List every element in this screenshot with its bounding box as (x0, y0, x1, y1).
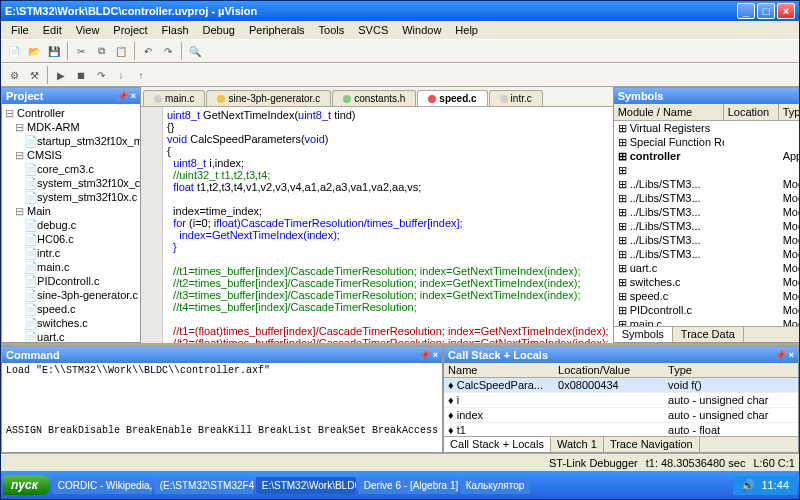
open-icon[interactable]: 📂 (25, 42, 43, 60)
panel-close-icon[interactable]: × (131, 91, 136, 101)
tree-node[interactable]: 📄 sine-3ph-generator.c (4, 288, 138, 302)
menu-svcs[interactable]: SVCS (352, 23, 394, 37)
maximize-button[interactable]: □ (757, 3, 775, 19)
menu-window[interactable]: Window (396, 23, 447, 37)
new-icon[interactable]: 📄 (5, 42, 23, 60)
menu-view[interactable]: View (70, 23, 106, 37)
tree-node[interactable]: ⊟ Controller (4, 106, 138, 120)
code-content[interactable]: uint8_t GetNextTimeIndex(uint8_t tind) {… (163, 107, 613, 343)
tab-trace-nav[interactable]: Trace Navigation (604, 437, 700, 452)
tree-node[interactable]: 📄 PIDcontroll.c (4, 274, 138, 288)
copy-icon[interactable]: ⧉ (92, 42, 110, 60)
col-type[interactable]: Type (779, 104, 799, 120)
symbol-row[interactable]: ⊞ Special Function Re... (614, 135, 799, 149)
tab-callstack[interactable]: Call Stack + Locals (444, 437, 551, 452)
symbol-row[interactable]: ⊞ controllerApplication (614, 149, 799, 163)
symbol-row[interactable]: ⊞ ../Libs/STM3...Module (614, 233, 799, 247)
step-over-icon[interactable]: ↷ (92, 66, 110, 84)
menu-peripherals[interactable]: Peripherals (243, 23, 311, 37)
tree-node[interactable]: 📄 system_stm32f10x_conf.h (4, 176, 138, 190)
project-tree[interactable]: ⊟ Controller⊟ MDK-ARM📄 startup_stm32f10x… (2, 104, 140, 342)
tree-node[interactable]: 📄 debug.c (4, 218, 138, 232)
symbol-row[interactable]: ⊞ PIDcontroll.cModule (614, 303, 799, 317)
taskbar-task[interactable]: Калькулятор (460, 477, 531, 494)
tree-node[interactable]: ⊟ MDK-ARM (4, 120, 138, 134)
symbol-row[interactable]: ⊞ ../Libs/STM3...Module (614, 177, 799, 191)
save-icon[interactable]: 💾 (45, 42, 63, 60)
symbol-row[interactable]: ⊞ uart.cModule (614, 261, 799, 275)
find-icon[interactable]: 🔍 (186, 42, 204, 60)
command-output[interactable]: Load "E:\\STM32\\Work\\BLDC\\controller.… (2, 363, 442, 452)
symbol-row[interactable]: ⊞ ../Libs/STM3...Module (614, 219, 799, 233)
tab-trace-data[interactable]: Trace Data (673, 327, 744, 342)
editor-tab[interactable]: sine-3ph-generator.c (206, 90, 331, 106)
tree-node[interactable]: 📄 intr.c (4, 246, 138, 260)
panel-pin-icon[interactable]: 📌 (775, 350, 786, 360)
start-button[interactable]: пуск (3, 475, 50, 495)
tree-node[interactable]: 📄 speed.c (4, 302, 138, 316)
symbol-row[interactable]: ⊞ (614, 163, 799, 177)
callstack-row[interactable]: ♦ indexauto - unsigned char (444, 408, 798, 423)
menu-project[interactable]: Project (107, 23, 153, 37)
symbol-row[interactable]: ⊞ ../Libs/STM3...Module (614, 191, 799, 205)
build-icon[interactable]: ⚙ (5, 66, 23, 84)
editor-tab[interactable]: constants.h (332, 90, 416, 106)
symbol-row[interactable]: ⊞ main.cModule (614, 317, 799, 326)
tree-node[interactable]: 📄 startup_stm32f10x_mx (4, 134, 138, 148)
close-button[interactable]: × (777, 3, 795, 19)
editor-tab[interactable]: intr.c (489, 90, 543, 106)
panel-close-icon[interactable]: × (433, 350, 438, 360)
step-into-icon[interactable]: ↓ (112, 66, 130, 84)
tree-node[interactable]: 📄 switches.c (4, 316, 138, 330)
callstack-row[interactable]: ♦ iauto - unsigned char (444, 393, 798, 408)
tab-watch1[interactable]: Watch 1 (551, 437, 604, 452)
panel-pin-icon[interactable]: 📌 (117, 91, 128, 101)
tree-node[interactable]: 📄 main.c (4, 260, 138, 274)
minimize-button[interactable]: _ (737, 3, 755, 19)
col-name[interactable]: Name (444, 363, 554, 377)
callstack-row[interactable]: ♦ t1auto - float (444, 423, 798, 436)
editor-tab[interactable]: main.c (143, 90, 205, 106)
symbol-row[interactable]: ⊞ Virtual Registers (614, 121, 799, 135)
tab-symbols[interactable]: Symbols (614, 327, 673, 342)
tree-node[interactable]: 📄 HC06.c (4, 232, 138, 246)
redo-icon[interactable]: ↷ (159, 42, 177, 60)
col-type[interactable]: Type (664, 363, 798, 377)
symbols-list[interactable]: ⊞ Virtual Registers⊞ Special Function Re… (614, 121, 799, 326)
menu-flash[interactable]: Flash (156, 23, 195, 37)
tree-node[interactable]: 📄 uart.c (4, 330, 138, 342)
system-tray[interactable]: 🔊 11:44 (733, 476, 797, 495)
symbol-row[interactable]: ⊞ speed.cModule (614, 289, 799, 303)
col-location[interactable]: Location/Value (554, 363, 664, 377)
col-name[interactable]: Module / Name (614, 104, 724, 120)
callstack-list[interactable]: ♦ CalcSpeedPara...0x08000434void f()♦ ia… (444, 378, 798, 436)
taskbar-task[interactable]: (E:\STM32\STM32F4... (154, 477, 254, 494)
debug-run-icon[interactable]: ▶ (52, 66, 70, 84)
symbol-row[interactable]: ⊞ ../Libs/STM3...Module (614, 247, 799, 261)
menu-help[interactable]: Help (449, 23, 484, 37)
rebuild-icon[interactable]: ⚒ (25, 66, 43, 84)
tree-node[interactable]: 📄 core_cm3.c (4, 162, 138, 176)
taskbar-task[interactable]: Derive 6 - [Algebra 1] (358, 477, 458, 494)
code-editor[interactable]: uint8_t GetNextTimeIndex(uint8_t tind) {… (141, 107, 613, 343)
tree-node[interactable]: ⊟ Main (4, 204, 138, 218)
tree-node[interactable]: ⊟ CMSIS (4, 148, 138, 162)
tray-icon[interactable]: 🔊 (741, 479, 755, 492)
callstack-row[interactable]: ♦ CalcSpeedPara...0x08000434void f() (444, 378, 798, 393)
paste-icon[interactable]: 📋 (112, 42, 130, 60)
debug-stop-icon[interactable]: ⏹ (72, 66, 90, 84)
tree-node[interactable]: 📄 system_stm32f10x.c (4, 190, 138, 204)
menu-tools[interactable]: Tools (313, 23, 351, 37)
undo-icon[interactable]: ↶ (139, 42, 157, 60)
col-location[interactable]: Location (724, 104, 779, 120)
menu-debug[interactable]: Debug (197, 23, 241, 37)
cut-icon[interactable]: ✂ (72, 42, 90, 60)
panel-pin-icon[interactable]: 📌 (419, 350, 430, 360)
menu-edit[interactable]: Edit (37, 23, 68, 37)
taskbar-task[interactable]: E:\STM32\Work\BLDC... (256, 477, 356, 494)
taskbar-task[interactable]: CORDIC - Wikipedia,... (52, 477, 152, 494)
symbol-row[interactable]: ⊞ switches.cModule (614, 275, 799, 289)
step-out-icon[interactable]: ↑ (132, 66, 150, 84)
editor-tab[interactable]: speed.c (417, 90, 487, 106)
symbol-row[interactable]: ⊞ ../Libs/STM3...Module (614, 205, 799, 219)
